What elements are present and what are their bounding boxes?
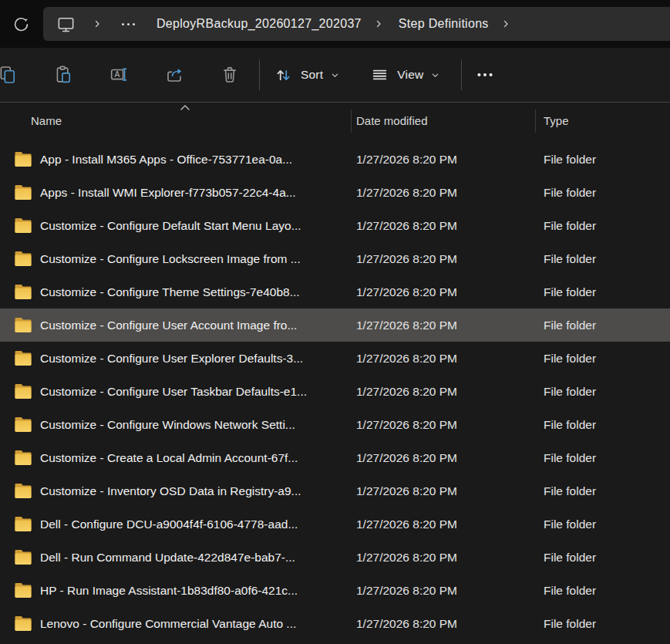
- refresh-icon: [12, 15, 30, 33]
- chevron-right-icon: [93, 19, 102, 29]
- file-type: File folder: [535, 408, 670, 441]
- sort-label: Sort: [301, 68, 323, 82]
- file-date-modified: 1/27/2026 8:20 PM: [351, 309, 535, 342]
- file-date-modified: 1/27/2026 8:20 PM: [351, 143, 535, 176]
- file-name: HP - Run Image Assistant-1b83df80-a0f6-4…: [40, 584, 298, 598]
- file-type: File folder: [535, 342, 670, 375]
- share-button[interactable]: [157, 58, 191, 92]
- folder-icon: [14, 450, 32, 466]
- sort-button[interactable]: Sort: [266, 58, 347, 92]
- table-row[interactable]: Customize - Configure User Account Image…: [0, 309, 670, 342]
- column-header-date-modified[interactable]: Date modified: [351, 114, 535, 127]
- sort-ascending-icon: [180, 104, 190, 111]
- view-list-icon: [370, 66, 389, 85]
- file-type: File folder: [535, 176, 670, 209]
- see-more-button[interactable]: [468, 58, 502, 92]
- table-row[interactable]: Customize - Configure User Taskbar Defau…: [0, 375, 670, 408]
- table-row[interactable]: Customize - Configure Windows Network Se…: [0, 408, 670, 441]
- file-name: Customize - Configure Windows Network Se…: [40, 418, 295, 432]
- file-name: Customize - Inventory OSD Data in Regist…: [40, 484, 301, 498]
- file-name: App - Install M365 Apps - Office-753771e…: [40, 153, 292, 167]
- folder-icon: [14, 251, 32, 267]
- file-type: File folder: [535, 242, 670, 275]
- breadcrumb-segment-folder[interactable]: DeployRBackup_20260127_202037: [155, 13, 363, 35]
- folder-icon: [14, 517, 32, 532]
- ellipsis-icon: [127, 23, 130, 25]
- view-label: View: [397, 68, 423, 82]
- file-date-modified: 1/27/2026 8:20 PM: [351, 408, 535, 441]
- command-bar: A: [0, 48, 670, 103]
- column-divider[interactable]: [535, 110, 536, 133]
- file-date-modified: 1/27/2026 8:20 PM: [351, 275, 535, 309]
- folder-icon: [14, 583, 32, 598]
- table-row[interactable]: Customize - Create a Local Admin Account…: [0, 441, 670, 474]
- folder-icon: [14, 318, 32, 333]
- file-name: Customize - Configure Default Start Menu…: [40, 219, 301, 233]
- file-type: File folder: [535, 541, 670, 574]
- folder-icon: [14, 384, 32, 400]
- ellipsis-icon: [133, 23, 135, 25]
- column-header-name[interactable]: Name: [0, 114, 351, 127]
- breadcrumb-overflow-button[interactable]: [120, 19, 136, 30]
- ellipsis-icon: [122, 23, 124, 25]
- file-name: Apps - Install WMI Explorer-f773b057-22c…: [40, 186, 296, 200]
- breadcrumb-segment-current[interactable]: Step Definitions: [397, 13, 490, 35]
- table-row[interactable]: Apps - Install WMI Explorer-f773b057-22c…: [0, 176, 670, 209]
- file-type: File folder: [535, 474, 670, 507]
- table-row[interactable]: HP - Run Image Assistant-1b83df80-a0f6-4…: [0, 574, 670, 607]
- column-headers: Name Date modified Type: [0, 103, 670, 139]
- table-row[interactable]: Customize - Configure Lockscreen Image f…: [0, 242, 670, 275]
- table-row[interactable]: Customize - Configure User Explorer Defa…: [0, 342, 670, 375]
- breadcrumb: DeployRBackup_20260127_202037 Step Defin…: [43, 7, 670, 41]
- chevron-down-icon: [431, 71, 439, 79]
- svg-text:A: A: [115, 70, 120, 79]
- paste-button[interactable]: [46, 58, 80, 92]
- file-date-modified: 1/27/2026 8:20 PM: [351, 209, 535, 242]
- folder-icon: [14, 285, 32, 300]
- file-type: File folder: [535, 441, 670, 474]
- rename-icon: A: [109, 65, 129, 85]
- ellipsis-icon: [475, 65, 495, 85]
- table-row[interactable]: App - Install M365 Apps - Office-753771e…: [0, 143, 670, 176]
- file-name: Customize - Configure Lockscreen Image f…: [40, 252, 301, 266]
- refresh-button[interactable]: [5, 8, 37, 40]
- table-row[interactable]: Customize - Configure Theme Settings-7e4…: [0, 275, 670, 309]
- file-name: Customize - Configure User Account Image…: [40, 319, 297, 332]
- folder-icon: [14, 152, 32, 167]
- rename-button[interactable]: A: [102, 58, 136, 92]
- delete-button[interactable]: [213, 58, 247, 92]
- table-row[interactable]: Lenovo - Configure Commercial Vantage Au…: [0, 607, 670, 640]
- file-name: Customize - Configure User Explorer Defa…: [40, 352, 303, 366]
- copy-button[interactable]: [0, 58, 25, 92]
- file-date-modified: 1/27/2026 8:20 PM: [351, 242, 535, 275]
- table-row[interactable]: Customize - Inventory OSD Data in Regist…: [0, 474, 670, 507]
- file-type: File folder: [535, 607, 670, 640]
- table-row[interactable]: Customize - Configure Default Start Menu…: [0, 209, 670, 242]
- this-pc-crumb[interactable]: [56, 15, 76, 34]
- copy-icon: [0, 65, 18, 85]
- table-row[interactable]: Dell - Run Command Update-422d847e-bab7-…: [0, 541, 670, 574]
- file-name: Customize - Create a Local Admin Account…: [40, 451, 298, 465]
- file-name: Dell - Run Command Update-422d847e-bab7-…: [40, 551, 295, 565]
- file-type: File folder: [535, 375, 670, 408]
- folder-icon: [14, 417, 32, 433]
- folder-icon: [14, 185, 32, 201]
- column-divider[interactable]: [351, 110, 352, 133]
- file-type: File folder: [535, 143, 670, 176]
- file-type: File folder: [535, 574, 670, 607]
- file-type: File folder: [535, 309, 670, 342]
- view-button[interactable]: View: [362, 58, 447, 92]
- paste-icon: [53, 65, 73, 85]
- file-name: Dell - Configure DCU-a9004f4f-6106-4778-…: [40, 518, 298, 531]
- trash-icon: [220, 65, 240, 85]
- folder-icon: [14, 351, 32, 366]
- sort-icon: [274, 66, 293, 85]
- address-bar-row: DeployRBackup_20260127_202037 Step Defin…: [0, 0, 670, 48]
- folder-icon: [14, 218, 32, 234]
- table-row[interactable]: Dell - Configure DCU-a9004f4f-6106-4778-…: [0, 507, 670, 541]
- folder-icon: [14, 550, 32, 565]
- file-date-modified: 1/27/2026 8:20 PM: [351, 474, 535, 507]
- file-date-modified: 1/27/2026 8:20 PM: [351, 441, 535, 474]
- file-date-modified: 1/27/2026 8:20 PM: [351, 507, 535, 541]
- column-header-type[interactable]: Type: [535, 114, 670, 127]
